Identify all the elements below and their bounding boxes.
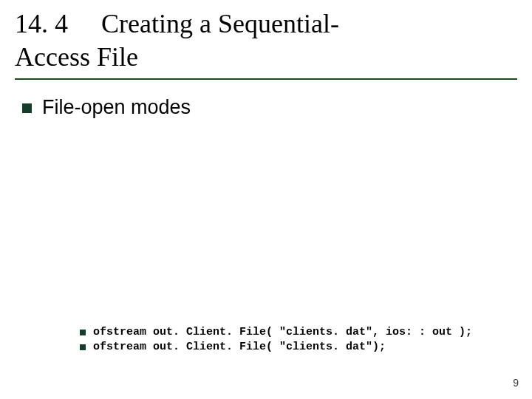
slide: 14. 4 Creating a Sequential- Access File… — [0, 0, 532, 399]
title-block: 14. 4 Creating a Sequential- Access File — [0, 0, 532, 86]
square-bullet-icon — [80, 330, 86, 335]
square-bullet-icon — [22, 103, 32, 113]
title-underline — [15, 78, 517, 80]
code-item-1: ofstream out. Client. File( "clients. da… — [80, 325, 472, 340]
code-line: ofstream out. Client. File( "clients. da… — [93, 325, 472, 340]
code-item-2: ofstream out. Client. File( "clients. da… — [80, 340, 472, 355]
code-line: ofstream out. Client. File( "clients. da… — [93, 340, 386, 355]
page-number: 9 — [513, 377, 519, 389]
slide-title: 14. 4 Creating a Sequential- Access File — [15, 7, 517, 74]
bullet-text: File-open modes — [42, 96, 191, 119]
bullet-item: File-open modes — [22, 96, 510, 119]
title-line-1: 14. 4 Creating a Sequential- — [15, 9, 339, 38]
code-block: ofstream out. Client. File( "clients. da… — [80, 325, 472, 355]
content-area: File-open modes — [0, 86, 532, 119]
title-line-2: Access File — [15, 42, 138, 72]
square-bullet-icon — [80, 344, 86, 350]
